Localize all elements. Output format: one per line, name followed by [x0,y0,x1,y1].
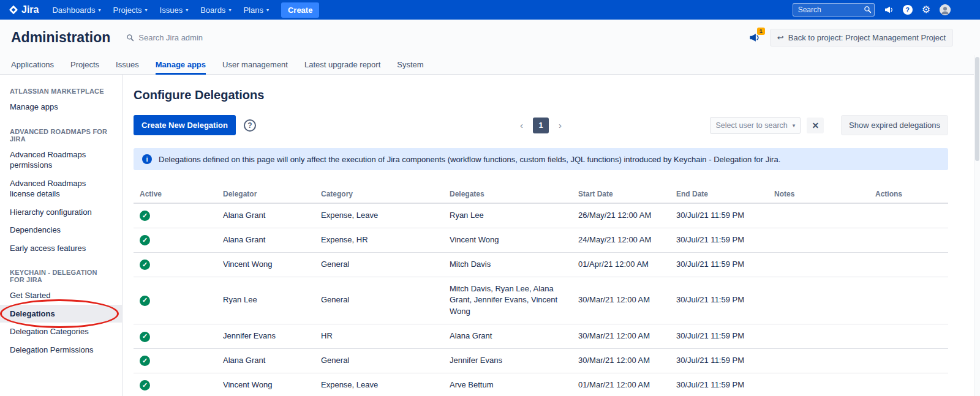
sidebar-item-label: Manage apps [10,102,58,111]
sidebar-item-label: Delegations [10,309,55,318]
cell-category: General [315,252,443,277]
cell-start-date: 30/Mar/21 12:00 AM [572,348,670,373]
tab-applications[interactable]: Applications [11,55,54,75]
cell-end-date: 30/Jul/21 11:59 PM [670,324,768,349]
pagination-prev-button[interactable]: ‹ [518,119,526,132]
sidebar-item-delegation-categories[interactable]: Delegation Categories [0,323,122,341]
table-row: ✓Jennifer EvansHRAlana Grant30/Mar/21 12… [134,324,948,349]
cell-actions [869,252,948,277]
topbar-nav-dashboards[interactable]: Dashboards▾ [46,0,107,20]
topbar-nav-plans[interactable]: Plans▾ [237,0,275,20]
topbar-nav-issues[interactable]: Issues▾ [154,0,195,20]
sidebar-section-header-atlassian-marketplace: ATLASSIAN MARKETPLACE [0,82,122,98]
tab-manage-apps[interactable]: Manage apps [156,55,206,75]
cell-delegates: Alana Grant [443,324,572,349]
create-new-delegation-button[interactable]: Create New Delegation [134,115,236,135]
cell-end-date: 30/Jul/21 11:59 PM [670,203,768,228]
active-check-icon: ✓ [140,332,150,342]
chevron-down-icon: ▾ [228,7,231,13]
cell-start-date: 01/Apr/21 12:00 AM [572,252,670,277]
sidebar-item-hierarchy-configuration[interactable]: Hierarchy configuration [0,203,122,222]
top-navigation-bar: Jira Dashboards▾Projects▾Issues▾Boards▾P… [0,0,980,20]
show-expired-delegations-button[interactable]: Show expired delegations [841,115,948,135]
page-scrollbar[interactable] [974,55,980,396]
cell-delegates: Arve Bettum [443,373,572,396]
jira-logo-text: Jira [21,4,39,15]
global-search-input[interactable] [793,3,875,17]
filter-controls: Select user to search ▾ ✕ Show expired d… [710,115,948,135]
tab-system[interactable]: System [397,55,423,75]
cell-start-date: 01/Mar/21 12:00 AM [572,373,670,396]
table-row: ✓Vincent WongGeneralMitch Davis01/Apr/21… [134,252,948,277]
chevron-down-icon: ▾ [99,7,101,13]
cell-actions [869,348,948,373]
pagination-current-page: 1 [533,118,549,133]
cell-category: Expense, Leave [315,203,443,228]
info-icon: i [142,154,152,164]
chevron-down-icon: ▾ [145,7,148,13]
chevron-down-icon: ▾ [793,122,796,129]
pagination: ‹ 1 › [518,118,564,133]
sidebar-item-label: Hierarchy configuration [10,207,92,217]
page-scrollbar-thumb[interactable] [975,57,979,161]
tab-user-management[interactable]: User management [222,55,288,75]
column-header-end-date: End Date [670,185,768,203]
chevron-down-icon: ▾ [186,7,188,13]
topbar-nav-boards[interactable]: Boards▾ [194,0,237,20]
column-header-delegator: Delegator [217,185,315,203]
admin-search-input[interactable] [138,33,243,42]
jira-logo[interactable]: Jira [9,4,39,15]
main-content: Configure Delegations Create New Delegat… [123,75,980,396]
cell-active: ✓ [134,324,217,349]
sidebar-item-advanced-roadmaps-license-details[interactable]: Advanced Roadmaps license details [0,174,122,203]
cell-active: ✓ [134,252,217,277]
pagination-next-button[interactable]: › [556,119,564,132]
page-section-title: Administration [11,29,110,46]
help-icon[interactable]: ? [244,119,256,132]
sidebar-section-header-advanced-roadmaps-for-jira: ADVANCED ROADMAPS FOR JIRA [0,122,122,146]
info-banner: i Delegations defined on this page will … [134,148,948,170]
cell-delegator: Jennifer Evans [217,324,315,349]
sidebar-item-label: Delegation Permissions [10,345,94,354]
table-row: ✓Alana GrantGeneralJennifer Evans30/Mar/… [134,348,948,373]
cell-delegator: Ryan Lee [217,277,315,324]
back-arrow-icon: ↩ [777,33,784,42]
notification-icon[interactable]: 1 [748,32,760,43]
delegations-table: ActiveDelegatorCategoryDelegatesStart Da… [134,185,948,396]
cell-actions [869,277,948,324]
user-search-select[interactable]: Select user to search ▾ [710,117,801,134]
table-header-row: ActiveDelegatorCategoryDelegatesStart Da… [134,185,948,203]
page-body: ATLASSIAN MARKETPLACEManage appsADVANCED… [0,75,980,396]
tab-projects[interactable]: Projects [70,55,99,75]
sidebar-item-get-started[interactable]: Get Started [0,286,122,305]
active-check-icon: ✓ [140,235,150,245]
notification-badge: 1 [757,28,765,35]
cell-delegates: Mitch Davis [443,252,572,277]
gear-icon[interactable]: ⚙ [922,5,930,15]
topbar-nav-label: Issues [160,6,183,15]
sidebar-item-advanced-roadmaps-permissions[interactable]: Advanced Roadmaps permissions [0,146,122,174]
tab-issues[interactable]: Issues [116,55,139,75]
cell-delegator: Vincent Wong [217,252,315,277]
help-icon[interactable]: ? [903,5,913,15]
sidebar-item-manage-apps[interactable]: Manage apps [0,98,122,116]
topbar-nav-projects[interactable]: Projects▾ [107,0,154,20]
sidebar-item-delegations[interactable]: Delegations [0,305,122,323]
user-avatar[interactable] [940,4,951,15]
cell-notes [768,324,869,349]
jira-logo-icon [9,5,18,15]
sidebar-item-early-access-features[interactable]: Early access features [0,239,122,258]
cell-delegator: Alana Grant [217,203,315,228]
cell-actions [869,228,948,252]
admin-header: Administration 1 ↩ Back to project: Proj… [0,20,980,55]
tab-latest-upgrade-report[interactable]: Latest upgrade report [304,55,380,75]
sidebar-item-delegation-permissions[interactable]: Delegation Permissions [0,341,122,359]
announcement-icon[interactable] [884,5,894,15]
create-button[interactable]: Create [281,2,319,18]
back-to-project-button[interactable]: ↩ Back to project: Project Management Pr… [770,29,953,47]
sidebar-item-dependencies[interactable]: Dependencies [0,221,122,239]
clear-filter-button[interactable]: ✕ [807,118,824,133]
cell-end-date: 30/Jul/21 11:59 PM [670,277,768,324]
cell-end-date: 30/Jul/21 11:59 PM [670,373,768,396]
cell-end-date: 30/Jul/21 11:59 PM [670,228,768,252]
